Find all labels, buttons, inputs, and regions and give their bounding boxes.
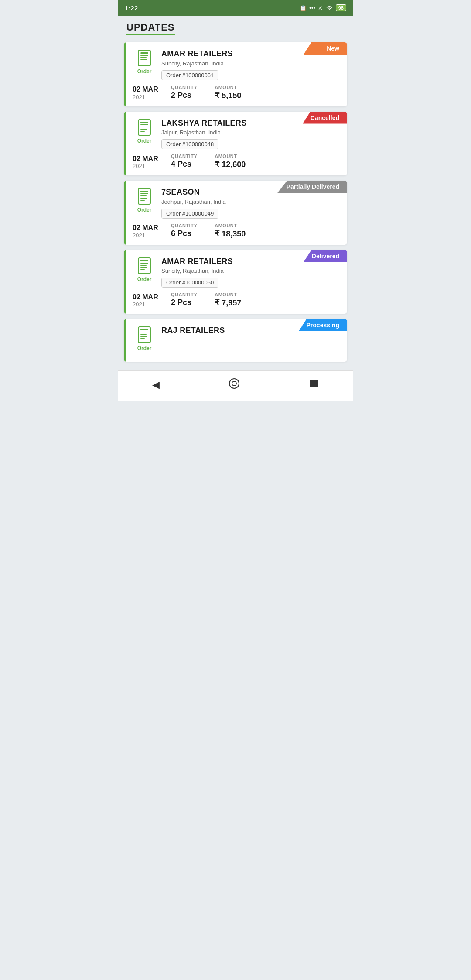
svg-rect-17 — [140, 200, 145, 201]
svg-rect-13 — [140, 191, 148, 192]
square-button[interactable] — [300, 376, 328, 394]
card-stats: QUANTITY 2 Pcs AMOUNT ₹ 7,957 — [171, 292, 241, 308]
order-icon-wrap: Order — [133, 256, 156, 282]
amount-label: AMOUNT — [215, 292, 241, 297]
date-day-month: 02 MAR — [133, 293, 162, 301]
wifi-icon — [325, 4, 333, 12]
retailer-location: Suncity, Rajasthan, India — [161, 267, 341, 274]
card-accent-bar — [124, 112, 126, 176]
order-number-badge: Order #100000050 — [161, 278, 218, 288]
card-bottom: 02 MAR 2021 QUANTITY 2 Pcs AMOUNT ₹ 5,15… — [133, 85, 341, 100]
amount-label: AMOUNT — [215, 85, 241, 90]
status-ribbon: Delivered — [304, 250, 347, 262]
quantity-block: QUANTITY 4 Pcs — [171, 154, 197, 169]
retailer-location: Jaipur, Rajasthan, India — [161, 129, 341, 136]
retailer-location: Jodhpur, Rajasthan, India — [161, 199, 341, 205]
home-icon — [229, 380, 240, 391]
status-ribbon: Partially Delivered — [277, 181, 347, 193]
order-card-5[interactable]: Processing Order RAJ RETAILERS — [124, 319, 347, 362]
svg-rect-20 — [140, 263, 148, 264]
quantity-value: 4 Pcs — [171, 160, 197, 169]
order-card-1[interactable]: New Order AMAR RETAILERS Suncity, Rajast… — [124, 42, 347, 106]
svg-rect-27 — [140, 334, 147, 335]
card-date: 02 MAR 2021 — [133, 86, 162, 100]
quantity-label: QUANTITY — [171, 223, 197, 228]
quantity-block: QUANTITY 2 Pcs — [171, 292, 197, 308]
card-accent-bar — [124, 181, 126, 245]
svg-rect-16 — [140, 198, 147, 199]
svg-rect-21 — [140, 265, 147, 266]
amount-block: AMOUNT ₹ 5,150 — [215, 85, 241, 100]
x-icon: ✕ — [318, 5, 323, 11]
quantity-value: 6 Pcs — [171, 229, 197, 238]
back-button[interactable]: ◀ — [143, 377, 168, 393]
svg-rect-8 — [140, 124, 148, 125]
bottom-nav: ◀ — [118, 370, 353, 401]
svg-rect-23 — [140, 269, 145, 270]
svg-point-30 — [229, 379, 239, 388]
svg-point-31 — [232, 381, 236, 386]
order-icon-wrap: Order — [133, 48, 156, 75]
svg-rect-5 — [140, 62, 145, 62]
order-card-2[interactable]: Cancelled Order LAKSHYA RETAILERS Jaipur… — [124, 112, 347, 176]
retailer-location: Suncity, Rajasthan, India — [161, 60, 341, 67]
order-icon-label: Order — [137, 276, 152, 282]
orders-list: New Order AMAR RETAILERS Suncity, Rajast… — [118, 39, 353, 367]
amount-value: ₹ 5,150 — [215, 91, 241, 100]
card-date: 02 MAR 2021 — [133, 155, 162, 170]
status-bar: 1:22 📋 ••• ✕ 98 — [118, 0, 353, 16]
order-icon-wrap: Order — [133, 187, 156, 213]
quantity-block: QUANTITY 6 Pcs — [171, 223, 197, 239]
order-card-3[interactable]: Partially Delivered Order 7SEASON Jodhpu… — [124, 181, 347, 245]
quantity-value: 2 Pcs — [171, 91, 197, 100]
amount-block: AMOUNT ₹ 12,600 — [215, 154, 246, 169]
order-icon-wrap: Order — [133, 325, 156, 351]
svg-rect-10 — [140, 129, 147, 130]
quantity-label: QUANTITY — [171, 85, 197, 90]
order-card-4[interactable]: Delivered Order AMAR RETAILERS Suncity, … — [124, 250, 347, 314]
status-ribbon: New — [304, 42, 347, 55]
status-icons: 📋 ••• ✕ 98 — [300, 4, 346, 12]
order-icon-label: Order — [137, 69, 152, 75]
svg-rect-14 — [140, 193, 148, 194]
card-date: 02 MAR 2021 — [133, 293, 162, 308]
svg-rect-4 — [140, 59, 147, 60]
svg-rect-26 — [140, 332, 148, 332]
order-number-badge: Order #100000061 — [161, 70, 218, 80]
order-icon-label: Order — [137, 345, 152, 351]
date-year: 2021 — [133, 94, 162, 100]
card-bottom: 02 MAR 2021 QUANTITY 4 Pcs AMOUNT ₹ 12,6… — [133, 154, 341, 169]
date-day-month: 02 MAR — [133, 155, 162, 163]
svg-rect-9 — [140, 127, 147, 127]
date-year: 2021 — [133, 301, 162, 308]
order-icon-label: Order — [137, 207, 152, 213]
quantity-value: 2 Pcs — [171, 298, 197, 307]
order-number-badge: Order #100000048 — [161, 139, 218, 149]
svg-rect-1 — [140, 52, 148, 54]
card-date: 02 MAR 2021 — [133, 224, 162, 239]
status-time: 1:22 — [125, 4, 138, 12]
amount-block: AMOUNT ₹ 7,957 — [215, 292, 241, 308]
quantity-label: QUANTITY — [171, 154, 197, 159]
svg-rect-22 — [140, 267, 147, 268]
date-day-month: 02 MAR — [133, 86, 162, 93]
more-icon: ••• — [309, 5, 315, 11]
card-stats: QUANTITY 4 Pcs AMOUNT ₹ 12,600 — [171, 154, 246, 169]
amount-block: AMOUNT ₹ 18,350 — [215, 223, 246, 239]
status-ribbon: Cancelled — [303, 112, 347, 124]
amount-label: AMOUNT — [215, 223, 246, 228]
svg-rect-7 — [140, 122, 148, 123]
battery-level: 98 — [336, 4, 346, 11]
svg-rect-32 — [310, 380, 318, 387]
svg-rect-29 — [140, 338, 145, 339]
svg-rect-3 — [140, 57, 147, 58]
svg-rect-28 — [140, 336, 147, 337]
amount-value: ₹ 18,350 — [215, 229, 246, 239]
card-accent-bar — [124, 42, 126, 106]
status-ribbon: Processing — [299, 319, 347, 331]
svg-rect-11 — [140, 131, 145, 132]
svg-rect-25 — [140, 329, 148, 330]
amount-value: ₹ 12,600 — [215, 160, 246, 169]
svg-rect-15 — [140, 195, 147, 196]
home-button[interactable] — [220, 375, 249, 394]
